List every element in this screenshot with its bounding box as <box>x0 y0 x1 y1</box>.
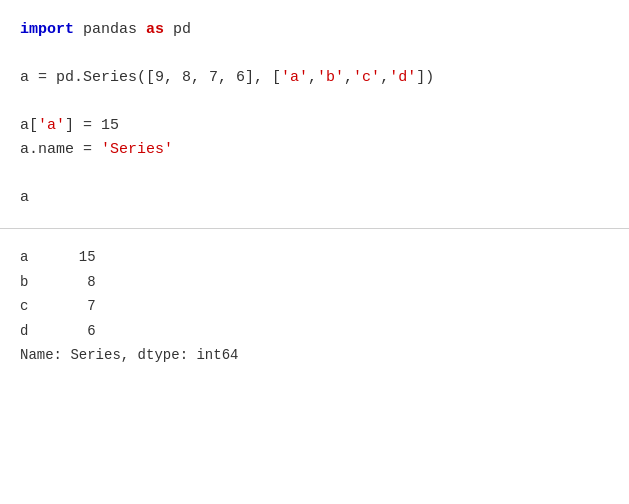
notebook-cell: import pandas as pd a = pd.Series([9, 8,… <box>0 0 629 504</box>
code-line-import: import pandas as pd <box>20 18 609 42</box>
keyword-import: import <box>20 21 74 38</box>
blank-line-2 <box>20 90 609 114</box>
plain-alias: pd <box>164 21 191 38</box>
name-prefix: a.name = <box>20 141 101 158</box>
assign-suffix: ] = 15 <box>65 117 119 134</box>
output-row-c: c 7 <box>20 294 609 319</box>
str-b: 'b' <box>317 69 344 86</box>
blank-line-1 <box>20 42 609 66</box>
comma1: , <box>308 69 317 86</box>
comma3: , <box>380 69 389 86</box>
series-suffix: ]) <box>416 69 434 86</box>
code-section: import pandas as pd a = pd.Series([9, 8,… <box>0 0 629 229</box>
plain-text: pandas <box>74 21 146 38</box>
code-line-assign-a: a['a'] = 15 <box>20 114 609 138</box>
series-prefix: a = pd.Series([9, 8, 7, 6], [ <box>20 69 281 86</box>
blank-line-3 <box>20 162 609 186</box>
str-a: 'a' <box>281 69 308 86</box>
str-series: 'Series' <box>101 141 173 158</box>
output-row-b: b 8 <box>20 270 609 295</box>
var-a: a <box>20 189 29 206</box>
output-footer: Name: Series, dtype: int64 <box>20 343 609 368</box>
str-c: 'c' <box>353 69 380 86</box>
assign-prefix: a[ <box>20 117 38 134</box>
keyword-as: as <box>146 21 164 38</box>
output-section: a 15 b 8 c 7 d 6 Name: Series, dtype: in… <box>0 229 629 384</box>
code-line-var-a: a <box>20 186 609 210</box>
code-line-name: a.name = 'Series' <box>20 138 609 162</box>
output-row-d: d 6 <box>20 319 609 344</box>
code-line-series: a = pd.Series([9, 8, 7, 6], ['a','b','c'… <box>20 66 609 90</box>
str-index-a: 'a' <box>38 117 65 134</box>
str-d: 'd' <box>389 69 416 86</box>
comma2: , <box>344 69 353 86</box>
output-row-a: a 15 <box>20 245 609 270</box>
